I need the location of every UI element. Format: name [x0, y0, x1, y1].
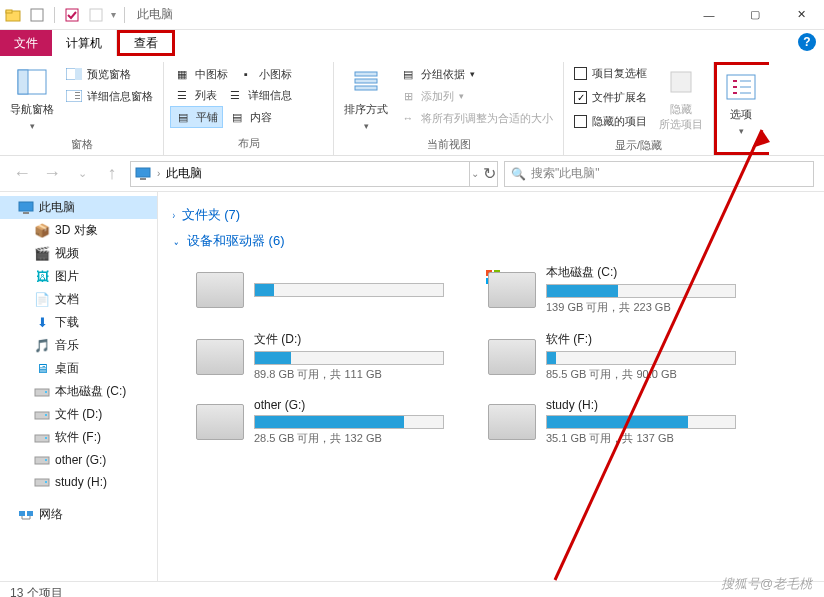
sidebar-item[interactable]: 🖼图片 — [0, 265, 157, 288]
breadcrumb-item[interactable]: 此电脑 — [166, 165, 202, 182]
qat-dropdown-icon[interactable]: ▾ — [111, 9, 116, 20]
folder-icon: 🎵 — [34, 338, 50, 354]
drive-item[interactable] — [192, 260, 472, 319]
sidebar-item[interactable]: 📄文档 — [0, 288, 157, 311]
svg-rect-8 — [75, 68, 82, 80]
drive-icon — [34, 407, 50, 423]
drive-icon — [34, 430, 50, 446]
sidebar-item[interactable]: 🎵音乐 — [0, 334, 157, 357]
drive-item[interactable]: 软件 (F:)85.5 GB 可用，共 90.0 GB — [484, 327, 764, 386]
folder-icon: 🖥 — [34, 361, 50, 377]
svg-rect-21 — [23, 212, 29, 214]
up-button[interactable]: ↑ — [100, 162, 124, 186]
drive-item[interactable]: study (H:)35.1 GB 可用，共 137 GB — [484, 394, 764, 450]
options-button[interactable]: 选项 ▾ — [721, 69, 761, 138]
drives-container: 本地磁盘 (C:)139 GB 可用，共 223 GB文件 (D:)89.8 G… — [172, 254, 810, 456]
drive-item[interactable]: 本地磁盘 (C:)139 GB 可用，共 223 GB — [484, 260, 764, 319]
svg-rect-12 — [75, 98, 80, 99]
tiles-button[interactable]: ▤平铺 — [170, 106, 223, 128]
group-by-button[interactable]: ▤分组依据 ▾ — [396, 64, 557, 84]
sidebar-this-pc[interactable]: 此电脑 — [0, 196, 157, 219]
sidebar-item[interactable]: 🎬视频 — [0, 242, 157, 265]
list-icon: ☰ — [174, 87, 190, 103]
folder-icon: 🎬 — [34, 246, 50, 262]
sidebar-item[interactable]: 软件 (F:) — [0, 426, 157, 449]
hidden-items-toggle[interactable]: 隐藏的项目 — [570, 112, 651, 131]
checkbox-unchecked-icon[interactable] — [87, 6, 105, 24]
sidebar-network[interactable]: 网络 — [0, 503, 157, 526]
details-pane-icon — [66, 88, 82, 104]
tab-view[interactable]: 查看 — [117, 30, 175, 56]
drives-group-header[interactable]: ⌄设备和驱动器 (6) — [172, 228, 810, 254]
address-dropdown-icon[interactable]: ⌄ — [471, 168, 479, 179]
sidebar-item[interactable]: 📦3D 对象 — [0, 219, 157, 242]
medium-icons-button[interactable]: ▦中图标 — [170, 64, 232, 84]
close-button[interactable]: ✕ — [778, 0, 824, 30]
separator — [54, 7, 55, 23]
properties-icon[interactable] — [28, 6, 46, 24]
drive-info: 89.8 GB 可用，共 111 GB — [254, 367, 468, 382]
svg-rect-2 — [31, 9, 43, 21]
hide-selected-button: 隐藏 所选项目 — [655, 64, 707, 134]
back-button[interactable]: ← — [10, 162, 34, 186]
folders-group-header[interactable]: ›文件夹 (7) — [172, 202, 810, 228]
maximize-button[interactable]: ▢ — [732, 0, 778, 30]
content-pane: ›文件夹 (7) ⌄设备和驱动器 (6) 本地磁盘 (C:)139 GB 可用，… — [158, 192, 824, 581]
drive-icon — [488, 272, 536, 308]
title-bar: ▾ 此电脑 — ▢ ✕ — [0, 0, 824, 30]
drive-usage-bar — [254, 351, 444, 365]
item-checkboxes-toggle[interactable]: 项目复选框 — [570, 64, 651, 83]
options-icon — [725, 71, 757, 103]
drive-icon — [196, 272, 244, 308]
drive-icon — [34, 474, 50, 490]
svg-rect-15 — [355, 86, 377, 90]
details-view-button[interactable]: ☰详细信息 — [223, 85, 296, 105]
tab-computer[interactable]: 计算机 — [52, 30, 117, 56]
drive-name: 本地磁盘 (C:) — [546, 264, 760, 281]
drive-icon — [196, 339, 244, 375]
separator — [124, 7, 125, 23]
sort-button[interactable]: 排序方式 ▾ — [340, 64, 392, 133]
ribbon-group-options: 选项 ▾ — [714, 62, 769, 155]
drive-icon — [488, 404, 536, 440]
forward-button: → — [40, 162, 64, 186]
sidebar-item[interactable]: study (H:) — [0, 471, 157, 493]
checkbox-checked-icon[interactable] — [63, 6, 81, 24]
file-extensions-toggle[interactable]: 文件扩展名 — [570, 88, 651, 107]
preview-pane-button[interactable]: 预览窗格 — [62, 64, 157, 84]
details-pane-button[interactable]: 详细信息窗格 — [62, 86, 157, 106]
drive-item[interactable]: 文件 (D:)89.8 GB 可用，共 111 GB — [192, 327, 472, 386]
ribbon: 导航窗格 ▾ 预览窗格 详细信息窗格 窗格 ▦中图标 ▪小图标 ☰列表 ☰详细信… — [0, 56, 824, 156]
recent-dropdown[interactable]: ⌄ — [70, 162, 94, 186]
list-button[interactable]: ☰列表 — [170, 85, 221, 105]
main-area: 此电脑 📦3D 对象🎬视频🖼图片📄文档⬇下载🎵音乐🖥桌面本地磁盘 (C:)文件 … — [0, 192, 824, 581]
sidebar-item[interactable]: 本地磁盘 (C:) — [0, 380, 157, 403]
details-view-icon: ☰ — [227, 87, 243, 103]
sidebar-item[interactable]: ⬇下载 — [0, 311, 157, 334]
tab-file[interactable]: 文件 — [0, 30, 52, 56]
sidebar-item[interactable]: other (G:) — [0, 449, 157, 471]
nav-pane-button[interactable]: 导航窗格 ▾ — [6, 64, 58, 133]
this-pc-icon — [135, 166, 151, 182]
drive-name: study (H:) — [546, 398, 760, 412]
drive-icon — [34, 384, 50, 400]
refresh-button[interactable]: ↻ — [483, 164, 496, 183]
search-icon: 🔍 — [511, 167, 526, 181]
help-button[interactable]: ? — [798, 33, 816, 51]
sidebar-item[interactable]: 🖥桌面 — [0, 357, 157, 380]
content-button[interactable]: ▤内容 — [225, 106, 276, 128]
drive-usage-bar — [546, 284, 736, 298]
breadcrumb[interactable]: › 此电脑 — [130, 161, 470, 187]
sidebar-item[interactable]: 文件 (D:) — [0, 403, 157, 426]
drive-item[interactable]: other (G:)28.5 GB 可用，共 132 GB — [192, 394, 472, 450]
fit-columns-button: ↔将所有列调整为合适的大小 — [396, 108, 557, 128]
svg-rect-4 — [90, 9, 102, 21]
folder-icon: ⬇ — [34, 315, 50, 331]
search-input[interactable]: 🔍 搜索"此电脑" — [504, 161, 814, 187]
window-controls: — ▢ ✕ — [686, 0, 824, 30]
folder-icon — [4, 6, 22, 24]
svg-rect-10 — [75, 92, 80, 93]
network-icon — [18, 507, 34, 523]
small-icons-button[interactable]: ▪小图标 — [234, 64, 296, 84]
minimize-button[interactable]: — — [686, 0, 732, 30]
